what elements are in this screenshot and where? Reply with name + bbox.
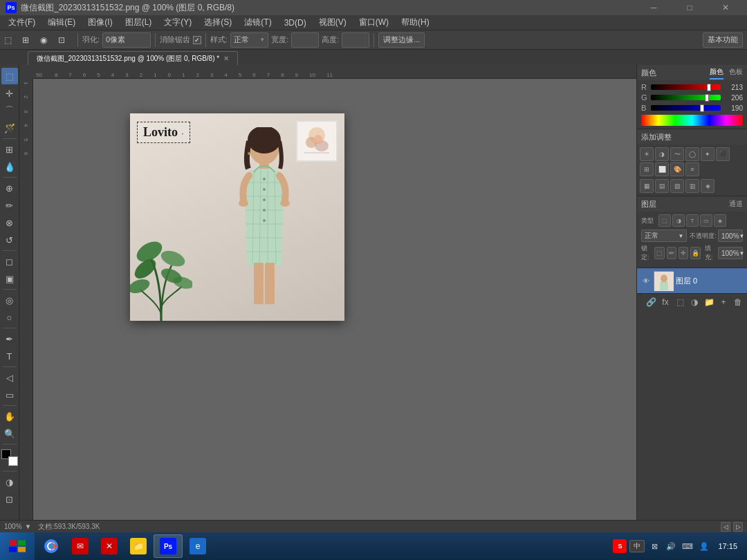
layer-filter-adj[interactable]: ◑ [672, 214, 685, 227]
color-r-thumb[interactable] [707, 84, 711, 91]
adj-brightness[interactable]: ☀ [640, 147, 654, 161]
toolbar-icon-3[interactable]: ◉ [40, 32, 55, 48]
tool-lasso[interactable]: ⌒ [1, 102, 18, 119]
taskbar-folder[interactable]: 📁 [124, 534, 152, 558]
layer-filter-smart[interactable]: ◈ [714, 214, 726, 227]
color-tab-color[interactable]: 颜色 [710, 66, 723, 80]
workspace-selector[interactable]: 基本功能 [703, 32, 743, 48]
opacity-value[interactable]: 100% ▼ [718, 230, 743, 242]
tool-brush[interactable]: ✏ [1, 197, 18, 214]
menu-edit[interactable]: 编辑(E) [42, 15, 81, 30]
maximize-button[interactable]: □ [674, 0, 706, 15]
color-g-thumb[interactable] [705, 94, 709, 102]
adj-vibrance[interactable]: ✦ [701, 147, 714, 161]
lock-all[interactable]: 🔒 [690, 247, 700, 259]
tool-text[interactable]: T [1, 348, 18, 364]
minimize-button[interactable]: ─ [638, 0, 670, 15]
layer-mask-btn[interactable]: ⬚ [674, 296, 686, 308]
active-tab[interactable]: 微信截图_20230313151532.png @ 100% (图层 0, RG… [28, 51, 238, 65]
lock-position[interactable]: ✛ [679, 247, 688, 259]
layer-link-btn[interactable]: 🔗 [645, 296, 657, 308]
adj-posterize[interactable]: ▤ [655, 179, 669, 193]
tool-path[interactable]: ◁ [1, 369, 18, 386]
system-clock[interactable]: 17:15 [714, 542, 741, 550]
layer-fx-btn[interactable]: fx [659, 296, 672, 308]
adj-channel-mixer[interactable]: ≡ [685, 162, 699, 176]
tool-eraser[interactable]: ◻ [1, 253, 18, 270]
nav-back[interactable]: ◁ [721, 522, 730, 532]
taskbar-photoshop[interactable]: Ps [154, 534, 183, 558]
layer-visibility-toggle[interactable]: 👁 [641, 276, 651, 286]
taskbar-browser[interactable] [37, 534, 65, 558]
adj-bw[interactable]: ⬜ [655, 162, 669, 176]
tool-crop[interactable]: ⊞ [1, 141, 18, 158]
layer-filter-text[interactable]: T [686, 214, 699, 227]
taskbar-security[interactable]: ✕ [95, 534, 123, 558]
color-spectrum[interactable] [641, 115, 743, 126]
layer-adj-btn[interactable]: ◑ [688, 296, 701, 308]
menu-text[interactable]: 文字(Y) [158, 15, 197, 30]
layer-group-btn[interactable]: 📁 [703, 296, 715, 308]
adj-color-balance[interactable]: ⊞ [640, 162, 654, 176]
adjust-edge-btn[interactable]: 调整边缘... [378, 32, 425, 48]
color-swatches[interactable] [1, 449, 18, 466]
menu-view[interactable]: 视图(V) [313, 15, 352, 30]
channels-tab[interactable]: 通道 [729, 199, 743, 209]
lovito-text-selection[interactable]: Lovito · [137, 122, 190, 143]
tool-screen-mode[interactable]: ⊡ [1, 491, 18, 507]
color-tab-swatches[interactable]: 色板 [729, 66, 743, 80]
tool-shape[interactable]: ▭ [1, 386, 18, 403]
adj-hsl[interactable]: ⬛ [716, 147, 730, 161]
adjustments-panel-header[interactable]: 添加调整 [637, 129, 747, 144]
start-button[interactable] [0, 532, 35, 560]
taskbar-person[interactable]: 👤 [697, 539, 711, 553]
taskbar-explorer[interactable]: e [184, 534, 212, 558]
toolbar-icon-4[interactable]: ⊡ [58, 32, 73, 48]
background-color[interactable] [8, 456, 18, 466]
network-icon[interactable]: ⊠ [647, 539, 661, 553]
cn-input-indicator[interactable]: 中 [629, 540, 645, 552]
tool-marquee[interactable]: ⬚ [1, 68, 18, 84]
tool-healing[interactable]: ⊕ [1, 180, 18, 196]
tool-history-brush[interactable]: ↺ [1, 232, 18, 248]
ime-icon[interactable]: S [613, 539, 627, 553]
close-button[interactable]: ✕ [710, 0, 741, 15]
fill-value[interactable]: 100% ▼ [718, 247, 743, 259]
tool-gradient[interactable]: ▣ [1, 270, 18, 287]
adj-threshold[interactable]: ▧ [670, 179, 684, 193]
taskbar-email[interactable]: ✉ [66, 534, 94, 558]
nav-forward[interactable]: ▷ [733, 522, 743, 532]
tool-stamp[interactable]: ⊗ [1, 214, 18, 231]
adj-photo-filter[interactable]: 🎨 [670, 162, 684, 176]
menu-file[interactable]: 文件(F) [3, 15, 41, 30]
tool-pen[interactable]: ✒ [1, 330, 18, 347]
menu-help[interactable]: 帮助(H) [396, 15, 435, 30]
toolbar-icon-1[interactable]: ⬚ [4, 32, 19, 48]
feather-value[interactable]: 0像素 [102, 32, 151, 48]
tool-quick-mask[interactable]: ◑ [1, 474, 18, 490]
tool-eyedropper[interactable]: 💧 [1, 158, 18, 175]
menu-select[interactable]: 选择(S) [199, 15, 237, 30]
layer-new-btn[interactable]: + [717, 296, 730, 308]
canvas-area[interactable]: 50 8 7 6 5 4 3 2 1 0 1 2 3 4 5 6 7 [19, 65, 636, 520]
menu-layer[interactable]: 图层(L) [120, 15, 158, 30]
color-r-slider[interactable] [651, 84, 721, 90]
adj-exposure[interactable]: ◯ [685, 147, 699, 161]
tool-magic-wand[interactable]: 🪄 [1, 120, 18, 136]
menu-window[interactable]: 窗口(W) [353, 15, 394, 30]
style-select[interactable]: 正常 ▼ [230, 32, 268, 48]
layer-filter-shape[interactable]: ▭ [700, 214, 712, 227]
tool-zoom[interactable]: 🔍 [1, 425, 18, 442]
layer-delete-btn[interactable]: 🗑 [732, 296, 744, 308]
tool-blur[interactable]: ◎ [1, 292, 18, 308]
adj-selective-color[interactable]: ◈ [701, 179, 714, 193]
ime-options[interactable]: ⌨ [681, 539, 694, 553]
toolbar-icon-2[interactable]: ⊞ [22, 32, 37, 48]
adj-curves[interactable]: 〜 [670, 147, 684, 161]
height-value[interactable] [342, 32, 369, 48]
menu-filter[interactable]: 滤镜(T) [239, 15, 277, 30]
adj-levels[interactable]: ▦ [640, 179, 654, 193]
color-panel-header[interactable]: 颜色 颜色 色板 [637, 65, 747, 80]
volume-icon[interactable]: 🔊 [664, 539, 678, 553]
color-g-slider[interactable] [651, 95, 721, 100]
